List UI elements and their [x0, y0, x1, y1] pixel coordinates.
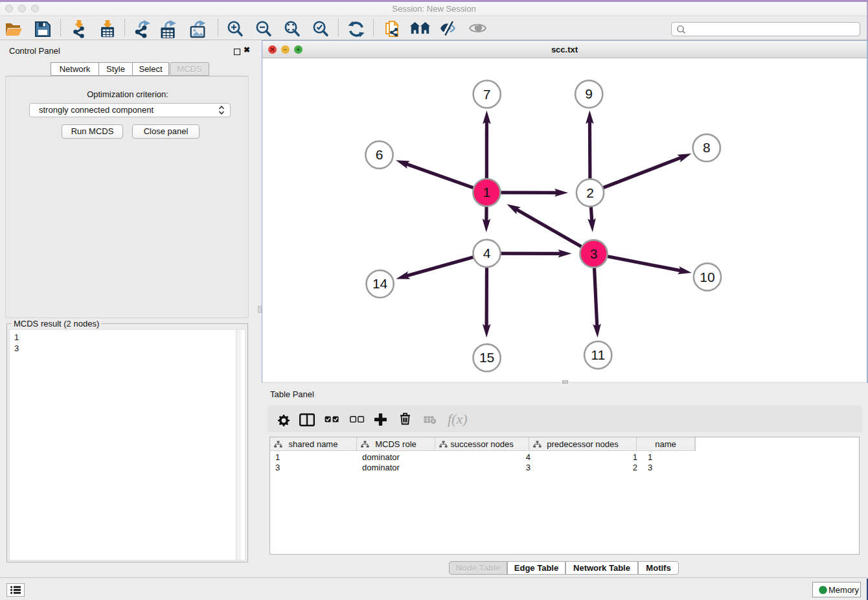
svg-text:11: 11 — [591, 347, 605, 362]
svg-text:8: 8 — [703, 140, 711, 155]
svg-text:14: 14 — [372, 276, 388, 291]
svg-text:9: 9 — [585, 86, 593, 101]
svg-text:6: 6 — [376, 147, 383, 162]
svg-text:15: 15 — [479, 350, 494, 365]
svg-text:2: 2 — [586, 185, 594, 200]
svg-text:3: 3 — [590, 246, 598, 261]
svg-text:10: 10 — [700, 270, 714, 284]
svg-text:1: 1 — [483, 185, 490, 200]
svg-text:4: 4 — [483, 246, 491, 260]
svg-text:7: 7 — [483, 87, 491, 102]
